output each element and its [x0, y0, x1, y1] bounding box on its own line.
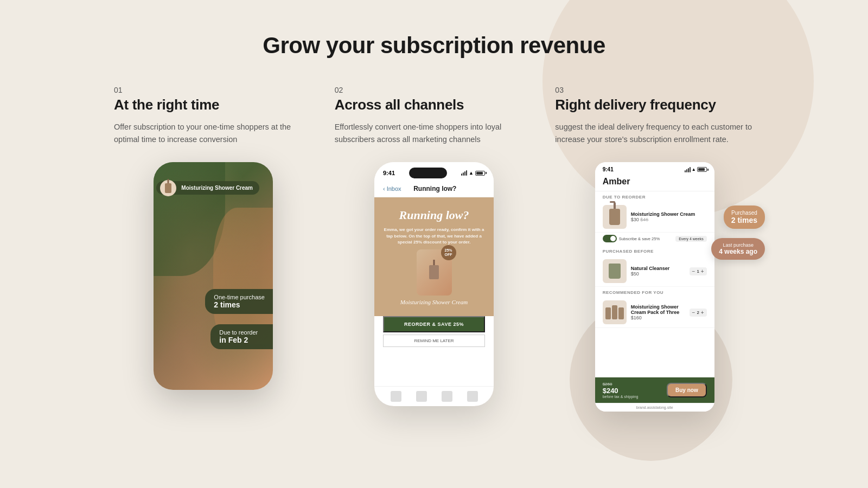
badge-purchased-line2: 2 times: [731, 216, 757, 224]
phone3-product1-row: Moisturizing Shower Cream $30 $46: [595, 202, 714, 233]
badge-last-line1: Last purchase: [719, 242, 757, 248]
frequency-selector[interactable]: Every 4 weeks: [675, 236, 707, 242]
phone3-footer: $260 $240 before tax & shipping Buy now: [595, 377, 714, 403]
toggle-label: Subscribe & save 25%: [619, 236, 660, 241]
col3-number: 03: [555, 86, 754, 94]
phone3-sub-note: before tax & shipping: [603, 395, 639, 399]
phone3-product2-name: Natural Cleanser: [631, 266, 685, 271]
phone2-product-name: Moisturizing Shower Cream: [383, 299, 485, 305]
phone2-container: 9:41 ▲: [335, 162, 534, 406]
phone1-badge1-line1: One-time purchase: [214, 294, 273, 300]
phone3-user-name: Amber: [603, 177, 707, 187]
qty3-minus[interactable]: −: [692, 310, 695, 316]
phone3-status-icons: ▲: [685, 167, 707, 172]
phone3-mockup: 9:41 ▲: [595, 162, 714, 412]
phone2-body-end: to your order.: [443, 240, 471, 245]
phone3-product1-thumb: [603, 205, 627, 229]
phone3-product3-price: $160: [631, 315, 685, 320]
battery-icon: [475, 171, 485, 176]
col2-desc: Effortlessly convert one-time shoppers i…: [335, 121, 534, 146]
page-title: Grow your subscription revenue: [114, 33, 754, 59]
phone2-folder-icon[interactable]: [416, 391, 427, 402]
subscribe-toggle[interactable]: [603, 235, 617, 242]
col3-title: Right delivery frequency: [555, 97, 754, 113]
phone3-product1-price-val: $30: [631, 217, 639, 222]
phone2-headline: Running low?: [383, 208, 485, 222]
phone2-off-text: 25% OFF: [441, 248, 456, 256]
phone2-trash-icon[interactable]: [391, 391, 401, 402]
phone2-body: Emma, we got your order ready, confirm i…: [383, 227, 485, 245]
phone2-remind-button[interactable]: REMIND ME LATER: [383, 335, 485, 347]
phone2-inbox-label: Inbox: [387, 185, 401, 192]
phone2-back-button[interactable]: ‹ Inbox: [383, 185, 401, 192]
phone3-product2-price: $50: [631, 271, 685, 277]
column-2: 02 Across all channels Effortlessly conv…: [335, 86, 534, 406]
phone3-signal-icon: [685, 167, 691, 172]
phone3-product3-name: Moisturizing Shower Cream Pack of Three: [631, 304, 685, 315]
phone2-nav-title: Running low?: [413, 185, 456, 192]
column-3: 03 Right delivery frequency suggest the …: [555, 86, 754, 412]
phone3-toggle-row: Subscribe & save 25% Every 4 weeks: [595, 233, 714, 246]
col1-number: 01: [114, 86, 313, 94]
phone3-product2-thumb: [603, 259, 627, 283]
phone2-cta-button[interactable]: REORDER & SAVE 25%: [383, 316, 485, 332]
bottles-pack-icon: [605, 305, 624, 319]
phone1-badge1: One-time purchase 2 times: [205, 289, 273, 314]
phone2-time: 9:41: [383, 170, 395, 176]
phone3-buy-button[interactable]: Buy now: [667, 383, 707, 397]
signal-icon: [461, 170, 467, 176]
cleanser-icon: [609, 264, 621, 279]
phone3-total: $260 $240 before tax & shipping: [603, 382, 639, 399]
phone2-email-header: Running low? Emma, we got your order rea…: [374, 197, 494, 316]
badge-purchased: Purchased 2 times: [724, 206, 765, 229]
qty2-minus[interactable]: −: [692, 268, 695, 274]
phone2-status-bar: 9:41 ▲: [374, 162, 494, 182]
phone1-background: [154, 162, 273, 390]
phone3-product3-thumb: [603, 300, 627, 324]
bottle-icon: [609, 209, 620, 225]
qty3-plus[interactable]: +: [701, 310, 704, 316]
phone1-badge2-line1: Due to reorder: [219, 329, 273, 336]
column-1: 01 At the right time Offer subscription …: [114, 86, 313, 390]
phone3-product1-old-price: $46: [640, 217, 648, 222]
phone3-product1-price: $30 $46: [631, 217, 707, 222]
phone3-total-old: $260: [603, 382, 639, 387]
phone3-product2-row: Natural Cleanser $50 − 1 +: [595, 256, 714, 287]
qty2-plus[interactable]: +: [701, 268, 704, 274]
phone3-product3-info: Moisturizing Shower Cream Pack of Three …: [631, 304, 685, 320]
phone3-header: Amber: [595, 175, 714, 191]
badge-last-purchase: Last purchase 4 weeks ago: [711, 238, 765, 260]
phone3-product2-info: Natural Cleanser $50: [631, 266, 685, 277]
phone2-reply-icon[interactable]: [442, 391, 452, 402]
phone3-qty2-control[interactable]: − 1 +: [690, 267, 707, 275]
phone1-mockup: Moisturizing Shower Cream One-time purch…: [154, 162, 273, 390]
badge-purchased-line1: Purchased: [731, 210, 757, 216]
col2-number: 02: [335, 86, 534, 94]
phone1-product-tag: Moisturizing Shower Cream: [181, 185, 253, 191]
col1-desc: Offer subscription to your one-time shop…: [114, 121, 313, 146]
phone3-time: 9:41: [603, 166, 614, 172]
phone2-body-bold: 25% discount: [413, 240, 442, 245]
phone3-section2-label: PURCHASED BEFORE: [595, 246, 714, 256]
qty3-value: 2: [697, 310, 699, 315]
phone1-badge1-line2: 2 times: [214, 300, 273, 309]
phone3-product1-info: Moisturizing Shower Cream $30 $46: [631, 211, 707, 222]
phone1-badge2-line2: in Feb 2: [219, 336, 273, 344]
phone2-off-badge: 25% OFF: [441, 245, 456, 260]
phone1-container: Moisturizing Shower Cream One-time purch…: [114, 162, 313, 390]
phone2-compose-icon[interactable]: [467, 391, 478, 402]
phone2-mockup: 9:41 ▲: [374, 162, 494, 406]
phone3-container: Purchased 2 times Last purchase 4 weeks …: [555, 162, 754, 412]
col1-title: At the right time: [114, 97, 313, 113]
phone3-url: brand.assistalong.site: [595, 403, 714, 412]
phone3-qty3-control[interactable]: − 2 +: [690, 309, 707, 317]
phone1-badge2: Due to reorder in Feb 2: [210, 324, 273, 349]
phone3-section1-label: DUE TO REORDER: [595, 191, 714, 202]
badge-last-line2: 4 weeks ago: [719, 248, 757, 255]
col2-title: Across all channels: [335, 97, 534, 113]
phone3-product3-row: Moisturizing Shower Cream Pack of Three …: [595, 297, 714, 328]
status-icons: ▲: [461, 170, 485, 176]
phone3-status-bar: 9:41 ▲: [595, 162, 714, 175]
phone3-section3-label: RECOMMENDED FOR YOU: [595, 287, 714, 297]
qty2-value: 1: [697, 269, 699, 274]
